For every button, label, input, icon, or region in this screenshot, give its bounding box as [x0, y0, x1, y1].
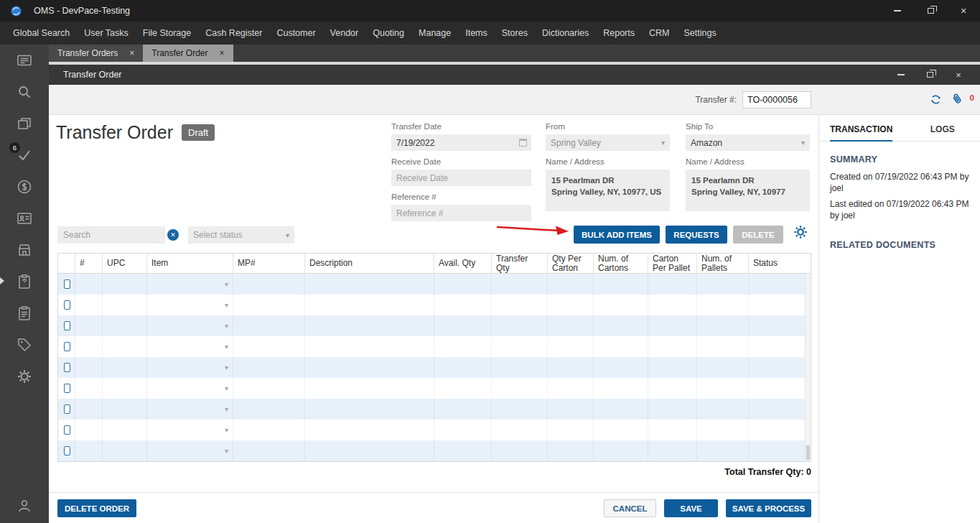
menu-item-items[interactable]: Items	[458, 22, 495, 45]
table-row[interactable]: ▾	[58, 399, 811, 420]
item-dropdown-chevron-icon[interactable]: ▾	[225, 384, 228, 392]
menu-item-settings[interactable]: Settings	[676, 22, 723, 45]
row-checkbox[interactable]	[64, 342, 70, 351]
column-header-num-of-pallets[interactable]: Num. of Pallets	[697, 254, 749, 273]
user-icon[interactable]	[16, 497, 33, 514]
inner-minimize-button[interactable]	[887, 65, 915, 85]
column-header-carton-per-pallet[interactable]: Carton Per Pallet	[648, 254, 697, 273]
menu-item-global-search[interactable]: Global Search	[6, 22, 77, 45]
receive-date-input[interactable]	[391, 170, 531, 186]
inner-maximize-button[interactable]	[915, 65, 944, 85]
requests-button[interactable]: REQUESTS	[666, 226, 727, 244]
maximize-button[interactable]	[914, 0, 947, 22]
menu-item-crm[interactable]: CRM	[642, 22, 676, 45]
menu-item-manage[interactable]: Manage	[411, 22, 458, 45]
column-header-mp-[interactable]: MP#	[233, 254, 305, 273]
item-dropdown-chevron-icon[interactable]: ▾	[225, 405, 228, 413]
transfer-number-input[interactable]	[742, 91, 811, 108]
table-row[interactable]: ▾	[58, 336, 811, 357]
menu-item-user-tasks[interactable]: User Tasks	[77, 22, 136, 45]
column-header-upc[interactable]: UPC	[103, 254, 147, 273]
column-header-qty-per-carton[interactable]: Qty Per Carton	[548, 254, 594, 273]
item-dropdown-chevron-icon[interactable]: ▾	[225, 322, 228, 330]
column-header-description[interactable]: Description	[305, 254, 434, 273]
row-checkbox[interactable]	[64, 321, 70, 330]
row-checkbox[interactable]	[64, 404, 70, 414]
search-icon[interactable]	[16, 83, 33, 101]
column-header-status[interactable]: Status	[749, 254, 806, 273]
row-checkbox[interactable]	[64, 384, 70, 393]
table-row[interactable]: ▾	[58, 295, 811, 315]
delete-order-button[interactable]: DELETE ORDER	[57, 499, 136, 517]
table-row[interactable]: ▾	[58, 274, 811, 295]
menu-item-reports[interactable]: Reports	[596, 22, 642, 45]
tab-transaction[interactable]: TRANSACTION	[830, 124, 892, 142]
calendar-icon[interactable]	[519, 139, 527, 147]
search-input[interactable]	[57, 226, 165, 244]
dashboard-icon[interactable]	[16, 52, 33, 69]
tab-transfer-orders[interactable]: Transfer Orders ×	[49, 45, 143, 62]
column-header-transfer-qty[interactable]: Transfer Qty	[492, 254, 548, 273]
table-settings-gear-icon[interactable]	[793, 224, 808, 240]
status-filter[interactable]: Select status ▾	[188, 226, 294, 244]
close-button[interactable]: ×	[947, 0, 980, 22]
column-header-item[interactable]: Item	[147, 254, 233, 273]
row-checkbox[interactable]	[64, 300, 70, 310]
gear-icon[interactable]	[16, 368, 33, 385]
menu-item-vendor[interactable]: Vendor	[323, 22, 366, 45]
inner-close-button[interactable]: ×	[944, 65, 973, 85]
tab-logs[interactable]: LOGS	[930, 124, 955, 140]
item-dropdown-chevron-icon[interactable]: ▾	[225, 364, 228, 371]
attachment-icon[interactable]	[950, 92, 964, 106]
row-checkbox[interactable]	[64, 279, 70, 289]
menu-item-customer[interactable]: Customer	[269, 22, 322, 45]
column-header--[interactable]: #	[75, 254, 103, 273]
table-row[interactable]: ▾	[58, 378, 811, 399]
table-row[interactable]: ▾	[58, 315, 811, 336]
column-header-avail-qty[interactable]: Avail. Qty	[434, 254, 492, 273]
table-scrollbar[interactable]	[805, 274, 811, 461]
menu-item-stores[interactable]: Stores	[495, 22, 535, 45]
menu-item-quoting[interactable]: Quoting	[365, 22, 411, 45]
delete-button[interactable]: DELETE	[733, 226, 783, 244]
money-icon[interactable]	[16, 178, 33, 195]
table-row[interactable]: ▾	[58, 357, 811, 378]
clear-search-icon[interactable]: ✕	[167, 229, 179, 241]
transfer-date-input[interactable]	[391, 134, 531, 151]
bulk-add-items-button[interactable]: BULK ADD ITEMS	[574, 226, 660, 244]
table-row[interactable]: ▾	[58, 440, 811, 461]
item-dropdown-chevron-icon[interactable]: ▾	[225, 426, 228, 434]
row-checkbox[interactable]	[64, 425, 70, 435]
tab-close-icon[interactable]: ×	[220, 48, 225, 58]
reference-input[interactable]	[391, 205, 531, 221]
menu-item-cash-register[interactable]: Cash Register	[198, 22, 269, 45]
store-icon[interactable]	[16, 241, 33, 259]
folders-icon[interactable]	[16, 115, 33, 132]
clipboard-list-icon[interactable]	[16, 305, 33, 322]
refresh-icon[interactable]	[929, 93, 943, 106]
menu-item-dictionaries[interactable]: Dictionaries	[535, 22, 596, 45]
row-checkbox[interactable]	[64, 446, 70, 455]
tab-transfer-order[interactable]: Transfer Order ×	[143, 45, 233, 62]
from-dropdown[interactable]: Spring Valley ▾	[546, 134, 670, 151]
item-dropdown-chevron-icon[interactable]: ▾	[225, 301, 228, 309]
sidebar-flyout-arrow-icon[interactable]	[0, 277, 4, 284]
scrollbar-thumb[interactable]	[806, 445, 810, 460]
column-header-num-of-cartons[interactable]: Num. of Cartons	[594, 254, 648, 273]
tab-close-icon[interactable]: ×	[129, 48, 134, 58]
save-button[interactable]: SAVE	[664, 499, 718, 517]
save-process-button[interactable]: SAVE & PROCESS	[726, 499, 811, 517]
cancel-button[interactable]: CANCEL	[604, 499, 656, 517]
contact-card-icon[interactable]	[16, 210, 33, 227]
ship-to-dropdown[interactable]: Amazon ▾	[686, 134, 810, 151]
minimize-button[interactable]	[881, 0, 914, 22]
menu-item-file-storage[interactable]: File Storage	[136, 22, 198, 45]
table-row[interactable]: ▾	[58, 420, 811, 440]
item-dropdown-chevron-icon[interactable]: ▾	[225, 343, 228, 351]
item-dropdown-chevron-icon[interactable]: ▾	[225, 280, 228, 288]
row-checkbox[interactable]	[64, 363, 70, 372]
tag-icon[interactable]	[16, 336, 33, 353]
clipboard-question-icon[interactable]	[16, 273, 33, 290]
tasks-check-icon[interactable]: 6	[16, 147, 33, 164]
item-dropdown-chevron-icon[interactable]: ▾	[225, 447, 228, 455]
